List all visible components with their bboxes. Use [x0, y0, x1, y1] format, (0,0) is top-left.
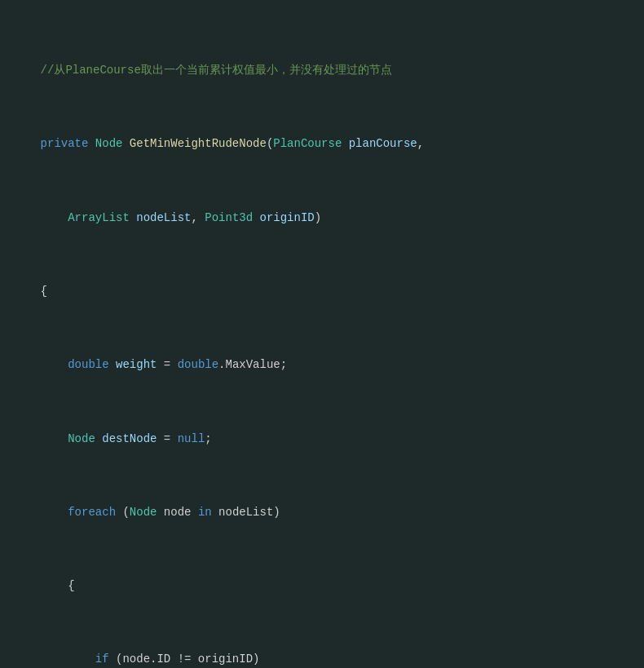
var-nodelist2: nodeList: [218, 506, 273, 519]
code-line-7: foreach (Node node in nodeList): [0, 503, 644, 522]
param-originid: originID: [260, 211, 315, 224]
type-node3: Node: [130, 506, 157, 519]
type-plancourse: PlanCourse: [273, 137, 342, 150]
param-nodelist: nodeList: [136, 211, 191, 224]
code-line-4: {: [0, 282, 644, 301]
type-arraylist: ArrayList: [68, 211, 130, 224]
method-name: GetMinWeightRudeNode: [130, 137, 267, 150]
keyword-if1: if: [95, 653, 109, 666]
var-node: node: [164, 506, 192, 519]
code-line-2: private Node GetMinWeightRudeNode(PlanCo…: [0, 135, 644, 153]
keyword-in: in: [198, 506, 212, 519]
var-weight: weight: [116, 358, 157, 371]
var-destnode: destNode: [102, 432, 157, 445]
code-line-6: Node destNode = null;: [0, 430, 644, 449]
code-line-9: if (node.ID != originID): [0, 650, 644, 668]
keyword-double2: double: [178, 358, 218, 371]
type-node: Node: [95, 137, 123, 150]
comment: //从PlaneCourse取出一个当前累计权值最小，并没有处理过的节点: [13, 64, 392, 77]
keyword-null: null: [178, 432, 205, 445]
type-point3d: Point3d: [205, 211, 253, 224]
code-editor: //从PlaneCourse取出一个当前累计权值最小，并没有处理过的节点 pri…: [0, 0, 644, 668]
keyword-foreach: foreach: [68, 506, 116, 519]
keyword-double: double: [68, 358, 108, 371]
code-line-5: double weight = double.MaxValue;: [0, 356, 644, 374]
code-line-3: ArrayList nodeList, Point3d originID): [0, 209, 644, 228]
keyword-private: private: [41, 137, 89, 150]
param-plancourse: planCourse: [349, 137, 417, 150]
code-line-1: //从PlaneCourse取出一个当前累计权值最小，并没有处理过的节点: [0, 61, 644, 80]
code-line-8: {: [0, 577, 644, 595]
type-node2: Node: [68, 432, 95, 445]
